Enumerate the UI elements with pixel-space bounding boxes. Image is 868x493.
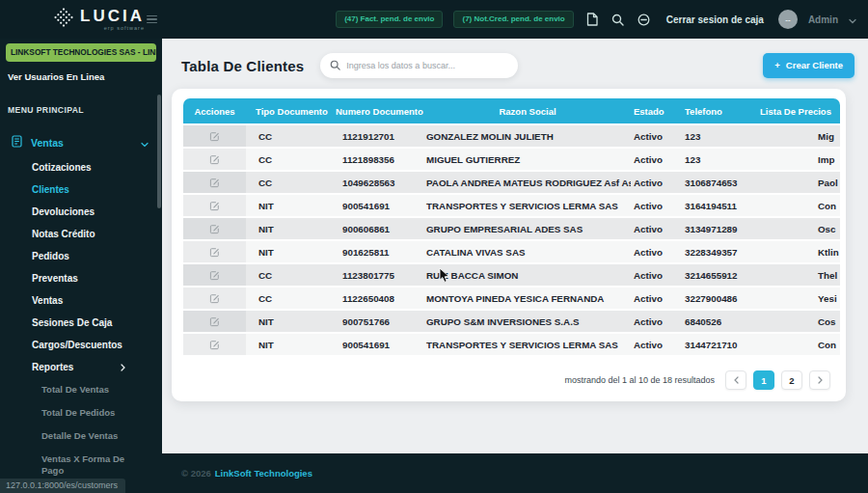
sidebar-scrollbar[interactable]: [157, 95, 161, 208]
close-cash-session-button[interactable]: Cerrar sesion de caja: [666, 14, 764, 25]
company-badge[interactable]: LINKSOFT TECHNOLOGIES SAS - LINK: [6, 43, 156, 62]
estado-cell: Activo: [631, 288, 679, 311]
numero-documento-cell: 1122650408: [328, 288, 424, 311]
chevron-left-icon: [734, 376, 739, 384]
telefono-cell: 3144721710: [679, 334, 758, 357]
table-row: CC 1122650408 MONTOYA PINEDA YESICA FERN…: [183, 288, 840, 311]
edit-client-button[interactable]: [205, 199, 224, 213]
telefono-cell: 3106874653: [679, 172, 758, 195]
edit-client-button[interactable]: [205, 222, 224, 236]
sidebar-item-sesiones-de-caja[interactable]: Sesiones De Caja: [0, 312, 162, 334]
sidebar-item-reportes[interactable]: Reportes: [0, 356, 162, 378]
sidebar-item-cargos-descuentos[interactable]: Cargos/Descuentos: [0, 334, 162, 356]
edit-client-button[interactable]: [205, 245, 224, 260]
sidebar-item-notas-credito[interactable]: Notas Crédito: [0, 223, 162, 245]
lucia-diamond-logo-icon: [53, 7, 74, 32]
sidebar-item-pedidos[interactable]: Pedidos: [0, 245, 162, 267]
lista-precios-cell: Ktlin: [758, 241, 840, 264]
next-page-button[interactable]: [809, 370, 830, 390]
sidebar-item-ventas[interactable]: Ventas: [0, 289, 162, 312]
header-numero-documento: Numero Documento: [328, 98, 424, 125]
edit-client-button[interactable]: [205, 152, 224, 167]
sidebar-item-total-de-ventas[interactable]: Total De Ventas: [0, 378, 162, 401]
edit-client-button[interactable]: [205, 129, 224, 144]
estado-cell: Activo: [631, 125, 679, 149]
numero-documento-cell: 1049628563: [328, 172, 424, 195]
edit-client-button[interactable]: [205, 338, 224, 352]
header-tipo-documento: Tipo Documento: [246, 98, 328, 125]
pending-invoices-badge[interactable]: (47) Fact. pend. de envio: [336, 11, 443, 28]
sidebar-item-detalle-de-ventas[interactable]: Detalle De Ventas: [0, 425, 162, 448]
app-logo-subtitle: erp software: [104, 25, 145, 31]
estado-cell: Activo: [631, 218, 679, 241]
tipo-documento-cell: CC: [246, 125, 328, 149]
chevron-down-icon[interactable]: [849, 11, 856, 28]
search-bar[interactable]: [320, 53, 518, 78]
page-2-button[interactable]: 2: [781, 370, 802, 390]
document-icon[interactable]: [584, 12, 600, 27]
search-icon[interactable]: [610, 12, 626, 27]
numero-documento-cell: 1121912701: [328, 125, 424, 149]
sidebar-item-devoluciones[interactable]: Devoluciones: [0, 201, 162, 223]
edit-client-button[interactable]: [205, 315, 224, 329]
results-summary: mostrando del 1 al 10 de 18 resultados: [564, 375, 715, 385]
table-row: CC 1123801775 RUIZ BACCA SIMON Activo 32…: [183, 264, 840, 288]
numero-documento-cell: 901625811: [328, 241, 424, 264]
sidebar-item-total-de-pedidos[interactable]: Total De Pedidos: [0, 401, 162, 425]
header-razon-social: Razon Social: [424, 98, 631, 125]
brand[interactable]: LUCIA erp software: [0, 7, 135, 32]
telefono-cell: 123: [679, 149, 758, 172]
lista-precios-cell: Con: [758, 334, 840, 357]
numero-documento-cell: 1121898356: [328, 149, 424, 172]
tipo-documento-cell: NIT: [246, 218, 328, 241]
clients-table-card: Acciones Tipo Documento Numero Documento…: [172, 89, 846, 401]
chevron-down-icon: [141, 134, 149, 151]
lista-precios-cell: Paol: [758, 172, 840, 195]
acciones-cell: [183, 149, 246, 172]
razon-social-cell: GONZALEZ MOLIN JULIETH: [424, 125, 631, 149]
header-acciones: Acciones: [183, 98, 246, 125]
avatar[interactable]: --: [778, 10, 798, 29]
sidebar-item-cotizaciones[interactable]: Cotizaciones: [0, 156, 162, 178]
header-telefono: Telefono: [679, 98, 758, 125]
edit-client-button[interactable]: [205, 176, 224, 190]
page-1-button[interactable]: 1: [753, 370, 774, 390]
sidebar-item-clientes[interactable]: Clientes: [0, 178, 162, 201]
table-header-row: Acciones Tipo Documento Numero Documento…: [183, 98, 840, 125]
edit-client-button[interactable]: [205, 291, 224, 306]
estado-cell: Activo: [631, 264, 679, 288]
estado-cell: Activo: [631, 334, 679, 357]
edit-client-button[interactable]: [205, 268, 224, 283]
numero-documento-cell: 900541691: [328, 334, 424, 357]
header-estado: Estado: [631, 98, 679, 125]
footer: © 2026 LinkSoft Technologies: [162, 453, 868, 493]
numero-documento-cell: 1123801775: [328, 264, 424, 288]
search-icon: [330, 57, 340, 74]
online-users-link[interactable]: Ver Usuarios En Linea: [8, 71, 162, 82]
sidebar-item-preventas[interactable]: Preventas: [0, 267, 162, 289]
sidebar-item-ventas-x-forma-de-pago[interactable]: Ventas X Forma De Pago: [0, 448, 162, 482]
footer-brand-link[interactable]: LinkSoft Technologies: [215, 468, 312, 479]
hamburger-menu-icon[interactable]: [147, 15, 157, 24]
plus-icon: +: [774, 60, 780, 70]
topbar-right: (47) Fact. pend. de envio (7) Not.Cred. …: [336, 10, 868, 29]
user-menu-label[interactable]: Admin: [808, 14, 838, 25]
sidebar-item-ventas-parent[interactable]: Ventas: [0, 129, 162, 156]
table-row: CC 1049628563 PAOLA ANDREA MATEUS RODRIG…: [183, 172, 840, 195]
estado-cell: Activo: [631, 241, 679, 264]
previous-page-button[interactable]: [725, 370, 746, 390]
search-input[interactable]: [346, 61, 508, 70]
minus-circle-icon[interactable]: [637, 12, 652, 27]
table-row: NIT 901625811 CATALINA VIVAS SAS Activo …: [183, 241, 840, 264]
acciones-cell: [183, 241, 246, 264]
pending-credit-notes-badge[interactable]: (7) Not.Cred. pend. de envio: [453, 11, 573, 28]
telefono-cell: 123: [679, 125, 758, 149]
table-row: NIT 900541691 TRANSPORTES Y SERVICIOS LE…: [183, 195, 840, 218]
create-client-button[interactable]: + Crear Cliente: [763, 53, 854, 78]
razon-social-cell: PAOLA ANDREA MATEUS RODRIGUEZ Asf Asfas: [424, 172, 631, 195]
telefono-cell: 3134971289: [679, 218, 758, 241]
lista-precios-cell: Yesi: [758, 288, 840, 311]
table-scroll-area[interactable]: Acciones Tipo Documento Numero Documento…: [183, 98, 840, 357]
table-row: CC 1121898356 MIGUEL GUTIERREZ Activo 12…: [183, 149, 840, 172]
razon-social-cell: TRANSPORTES Y SERVICIOS LERMA SAS: [424, 334, 631, 357]
